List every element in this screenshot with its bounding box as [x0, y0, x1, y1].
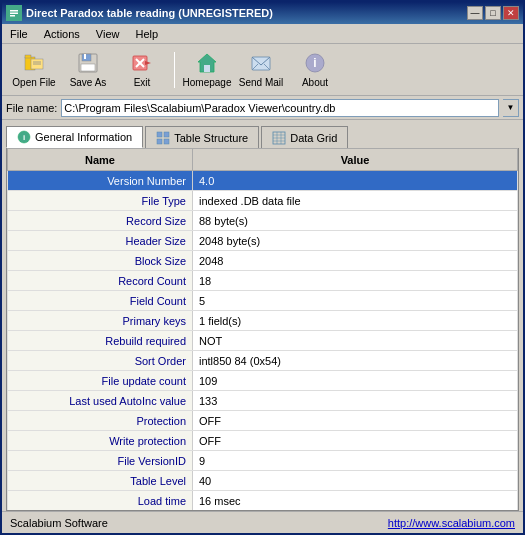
send-mail-button[interactable]: Send Mail — [235, 48, 287, 92]
title-controls: — □ ✕ — [467, 6, 519, 20]
tab-datagrid[interactable]: Data Grid — [261, 126, 348, 148]
row-label: Last used AutoInc value — [8, 391, 193, 411]
status-link[interactable]: http://www.scalabium.com — [388, 517, 515, 529]
svg-rect-18 — [204, 65, 210, 72]
row-label: Field Count — [8, 291, 193, 311]
row-value: 40 — [193, 471, 518, 491]
table-row[interactable]: Version Number4.0 — [8, 171, 518, 191]
save-as-label: Save As — [70, 77, 107, 88]
row-label: Protection — [8, 411, 193, 431]
info-table: Name Value Version Number4.0File Typeind… — [7, 148, 518, 511]
status-bar: Scalabium Software http://www.scalabium.… — [2, 511, 523, 533]
tab-datagrid-icon — [272, 131, 286, 145]
table-row[interactable]: Load time16 msec — [8, 491, 518, 511]
row-label: Write protection — [8, 431, 193, 451]
table-row[interactable]: Write protectionOFF — [8, 431, 518, 451]
row-value: 133 — [193, 391, 518, 411]
row-value: 5 — [193, 291, 518, 311]
row-label: Header Size — [8, 231, 193, 251]
exit-icon — [130, 51, 154, 75]
about-button[interactable]: i About — [289, 48, 341, 92]
about-icon: i — [303, 51, 327, 75]
svg-marker-16 — [145, 61, 151, 65]
table-row[interactable]: Last used AutoInc value133 — [8, 391, 518, 411]
svg-rect-3 — [10, 15, 15, 17]
homepage-icon — [195, 51, 219, 75]
exit-button[interactable]: Exit — [116, 48, 168, 92]
row-value: NOT — [193, 331, 518, 351]
menu-view[interactable]: View — [92, 27, 124, 41]
table-row[interactable]: File VersionID9 — [8, 451, 518, 471]
row-value: OFF — [193, 411, 518, 431]
row-value: 2048 — [193, 251, 518, 271]
filepath-input[interactable] — [61, 99, 499, 117]
filepath-dropdown-button[interactable]: ▼ — [503, 99, 519, 117]
row-value: 109 — [193, 371, 518, 391]
svg-rect-29 — [164, 139, 169, 144]
title-bar: Direct Paradox table reading (UNREGISTER… — [2, 2, 523, 24]
svg-text:i: i — [23, 133, 25, 142]
row-label: File Type — [8, 191, 193, 211]
row-label: File VersionID — [8, 451, 193, 471]
save-as-button[interactable]: Save As — [62, 48, 114, 92]
maximize-button[interactable]: □ — [485, 6, 501, 20]
tab-structure[interactable]: Table Structure — [145, 126, 259, 148]
row-value: 88 byte(s) — [193, 211, 518, 231]
row-label: Block Size — [8, 251, 193, 271]
send-mail-label: Send Mail — [239, 77, 283, 88]
tab-general-icon: i — [17, 130, 31, 144]
open-file-button[interactable]: Open File — [8, 48, 60, 92]
table-row[interactable]: Rebuild requiredNOT — [8, 331, 518, 351]
svg-rect-5 — [25, 55, 31, 58]
table-row[interactable]: Table Level40 — [8, 471, 518, 491]
table-row[interactable]: Block Size2048 — [8, 251, 518, 271]
svg-rect-26 — [157, 132, 162, 137]
tab-content: Name Value Version Number4.0File Typeind… — [6, 148, 519, 511]
row-value: intl850 84 (0x54) — [193, 351, 518, 371]
tab-datagrid-label: Data Grid — [290, 132, 337, 144]
svg-rect-28 — [157, 139, 162, 144]
row-label: Rebuild required — [8, 331, 193, 351]
exit-label: Exit — [134, 77, 151, 88]
close-button[interactable]: ✕ — [503, 6, 519, 20]
main-window: Direct Paradox table reading (UNREGISTER… — [0, 0, 525, 535]
row-label: Record Count — [8, 271, 193, 291]
table-row[interactable]: Sort Orderintl850 84 (0x54) — [8, 351, 518, 371]
app-icon — [6, 5, 22, 21]
toolbar-separator-1 — [174, 52, 175, 88]
table-row[interactable]: Record Size88 byte(s) — [8, 211, 518, 231]
row-label: Sort Order — [8, 351, 193, 371]
filepath-label: File name: — [6, 102, 57, 114]
row-label: Primary keys — [8, 311, 193, 331]
table-row[interactable]: Record Count18 — [8, 271, 518, 291]
row-value: 18 — [193, 271, 518, 291]
table-row[interactable]: File Typeindexed .DB data file — [8, 191, 518, 211]
tab-general[interactable]: i General Information — [6, 126, 143, 148]
row-value: 1 field(s) — [193, 311, 518, 331]
row-value: 9 — [193, 451, 518, 471]
svg-rect-12 — [81, 64, 95, 71]
minimize-button[interactable]: — — [467, 6, 483, 20]
toolbar: Open File Save As — [2, 44, 523, 96]
svg-rect-11 — [84, 54, 86, 59]
filepath-bar: File name: ▼ — [2, 96, 523, 120]
row-label: File update count — [8, 371, 193, 391]
table-row[interactable]: File update count109 — [8, 371, 518, 391]
open-file-icon — [22, 51, 46, 75]
row-value: 2048 byte(s) — [193, 231, 518, 251]
table-row[interactable]: Primary keys1 field(s) — [8, 311, 518, 331]
homepage-button[interactable]: Homepage — [181, 48, 233, 92]
tab-general-label: General Information — [35, 131, 132, 143]
status-company: Scalabium Software — [10, 517, 108, 529]
menu-file[interactable]: File — [6, 27, 32, 41]
svg-rect-1 — [10, 10, 18, 12]
col-header-name: Name — [8, 149, 193, 171]
table-row[interactable]: Header Size2048 byte(s) — [8, 231, 518, 251]
col-header-value: Value — [193, 149, 518, 171]
row-label: Record Size — [8, 211, 193, 231]
menu-actions[interactable]: Actions — [40, 27, 84, 41]
table-row[interactable]: ProtectionOFF — [8, 411, 518, 431]
table-row[interactable]: Field Count5 — [8, 291, 518, 311]
menu-help[interactable]: Help — [131, 27, 162, 41]
svg-text:i: i — [313, 56, 316, 70]
